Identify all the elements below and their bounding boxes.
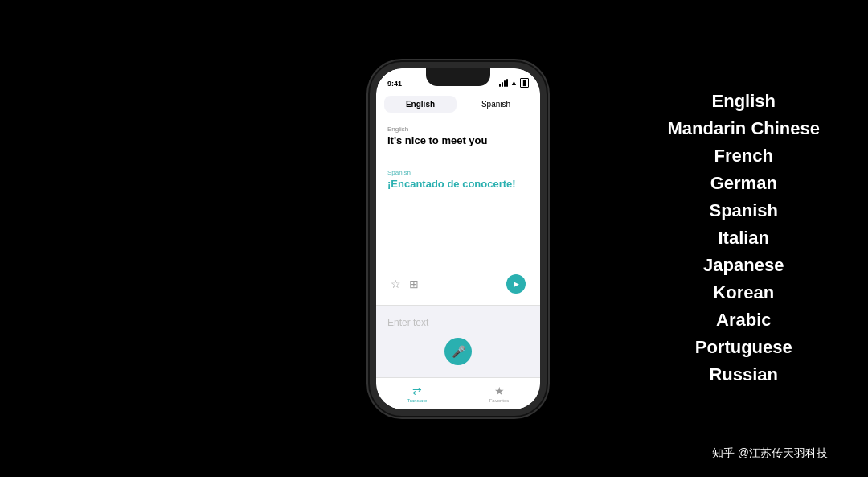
tab-english[interactable]: English [384, 96, 457, 113]
copy-icon[interactable]: ⊞ [409, 278, 419, 290]
scene: 9:41 ▲ ▮ English Sp [0, 0, 868, 477]
nav-translate[interactable]: ⇄ Translate [376, 384, 458, 403]
target-block: Spanish ¡Encantado de conocerte! [387, 169, 529, 191]
wifi-icon: ▲ [510, 79, 518, 87]
nav-favorites[interactable]: ★ Favorites [458, 384, 540, 403]
divider [387, 162, 529, 162]
translate-label: Translate [407, 398, 428, 403]
status-time: 9:41 [387, 80, 402, 88]
play-button[interactable]: ▶ [506, 274, 526, 294]
language-list-item: Mandarin Chinese [668, 115, 820, 142]
signal-icon [499, 79, 508, 87]
action-left-icons: ☆ ⊞ [391, 278, 419, 290]
enter-text-placeholder[interactable]: Enter text [387, 317, 428, 328]
power-button [545, 133, 547, 173]
target-lang-label: Spanish [387, 169, 529, 176]
tab-spanish[interactable]: Spanish [460, 96, 532, 113]
phone-screen: 9:41 ▲ ▮ English Sp [376, 68, 540, 409]
volume-up-button [370, 141, 371, 165]
watermark: 知乎 @江苏传天羽科技 [712, 446, 828, 461]
source-lang-label: English [387, 125, 529, 133]
language-list-item: German [668, 170, 820, 197]
language-list-item: Portuguese [668, 335, 820, 362]
language-list-item: French [668, 142, 820, 170]
language-list-item: English [668, 88, 820, 115]
language-list-item: Russian [668, 362, 820, 389]
favorites-label: Favorites [489, 398, 510, 403]
status-icons: ▲ ▮ [499, 78, 529, 88]
phone: 9:41 ▲ ▮ English Sp [370, 62, 547, 416]
language-tabs: English Spanish [376, 91, 540, 117]
mute-button [370, 117, 371, 133]
target-text: ¡Encantado de conocerte! [387, 178, 529, 191]
notch [426, 68, 490, 86]
action-icons: ☆ ⊞ ▶ [387, 269, 529, 297]
battery-icon: ▮ [520, 78, 529, 88]
language-list-item: Italian [668, 224, 820, 252]
language-list-item: Japanese [668, 253, 820, 280]
bottom-nav: ⇄ Translate ★ Favorites [376, 377, 540, 409]
source-block: English It's nice to meet you [387, 125, 529, 148]
favorites-icon: ★ [494, 384, 505, 397]
source-text: It's nice to meet you [387, 134, 529, 148]
volume-down-button [370, 173, 371, 197]
language-list-item: Spanish [668, 197, 820, 224]
favorite-icon[interactable]: ☆ [391, 278, 401, 290]
input-area: Enter text 🎤 [376, 305, 540, 377]
translation-area: English It's nice to meet you Spanish ¡E… [376, 117, 540, 305]
language-list-item: Korean [668, 280, 820, 307]
language-list: EnglishMandarin ChineseFrenchGermanSpani… [668, 88, 820, 389]
mic-button[interactable]: 🎤 [444, 338, 472, 365]
language-list-item: Arabic [668, 307, 820, 335]
translate-icon: ⇄ [412, 384, 422, 397]
